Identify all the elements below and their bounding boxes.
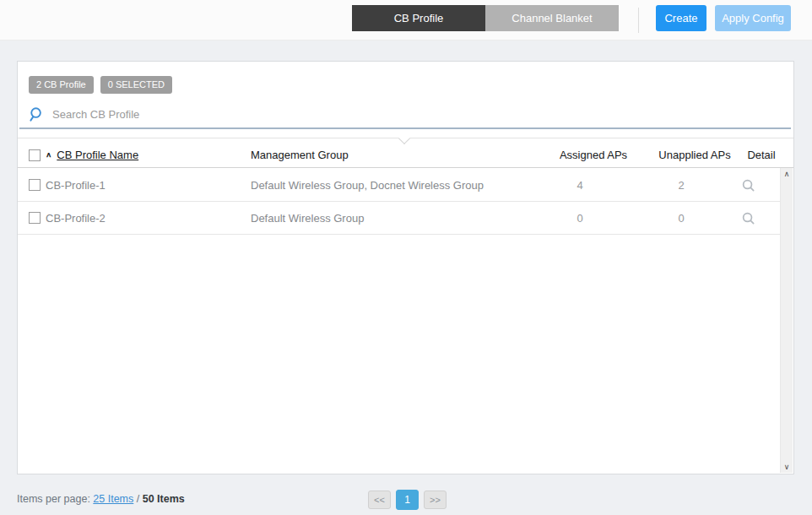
header-management-group: Management Group (251, 149, 551, 161)
header-cb-profile-name[interactable]: CB Profile Name (57, 149, 138, 161)
create-button[interactable]: Create (656, 5, 706, 31)
detail-magnifier-icon[interactable] (741, 211, 755, 225)
next-page-button[interactable]: >> (424, 491, 447, 509)
separator: / (133, 493, 142, 505)
search-input[interactable] (52, 108, 390, 121)
header-detail: Detail (744, 149, 778, 161)
table-body: CB-Profile-1 Default Wireless Group, Doc… (18, 169, 780, 473)
header-assigned-aps: Assigned APs (551, 149, 636, 161)
cell-profile-name: CB-Profile-2 (46, 212, 251, 225)
page-size-link[interactable]: 25 Items (93, 493, 133, 505)
selected-badge: 0 SELECTED (100, 76, 172, 94)
cell-profile-name: CB-Profile-1 (46, 179, 251, 192)
total-items-label: 50 Items (143, 493, 185, 505)
cell-assigned-aps: 0 (538, 212, 622, 225)
view-tabs: CB Profile Channel Blanket (352, 5, 619, 31)
select-all-checkbox[interactable] (29, 149, 41, 161)
count-badge: 2 CB Profile (29, 76, 94, 94)
cell-assigned-aps: 4 (538, 179, 622, 192)
row-checkbox[interactable] (29, 179, 41, 191)
top-toolbar: CB Profile Channel Blanket Create Apply … (0, 0, 812, 41)
search-icon (29, 106, 45, 122)
row-checkbox[interactable] (29, 212, 41, 224)
scroll-down-icon[interactable]: ∨ (781, 461, 793, 473)
tab-channel-blanket[interactable]: Channel Blanket (485, 5, 619, 31)
pagination: << 1 >> (368, 490, 447, 510)
apply-config-button[interactable]: Apply Config (715, 5, 791, 31)
table-row[interactable]: CB-Profile-2 Default Wireless Group 0 0 (18, 202, 780, 235)
vertical-scrollbar[interactable]: ∧ ∨ (780, 168, 793, 473)
items-per-page-label: Items per page: (17, 493, 90, 505)
cell-unapplied-aps: 2 (639, 179, 723, 192)
cell-management-group: Default Wireless Group, Docnet Wireless … (251, 179, 538, 192)
detail-magnifier-icon[interactable] (741, 178, 755, 192)
cell-management-group: Default Wireless Group (251, 212, 538, 225)
summary-badges: 2 CB Profile 0 SELECTED (29, 76, 172, 94)
cb-profile-panel: 2 CB Profile 0 SELECTED ∧ CB Profile Nam… (17, 61, 794, 474)
prev-page-button[interactable]: << (368, 491, 391, 509)
cell-unapplied-aps: 0 (639, 212, 723, 225)
current-page-button[interactable]: 1 (396, 490, 419, 510)
header-unapplied-aps: Unapplied APs (652, 149, 737, 161)
items-per-page: Items per page: 25 Items / 50 Items (17, 493, 185, 505)
sort-asc-icon[interactable]: ∧ (46, 151, 51, 159)
toolbar-divider (638, 8, 639, 33)
tab-cb-profile[interactable]: CB Profile (352, 5, 485, 31)
scroll-up-icon[interactable]: ∧ (781, 168, 793, 180)
table-header-row: ∧ CB Profile Name Management Group Assig… (18, 143, 793, 168)
search-underline (19, 127, 791, 129)
table-row[interactable]: CB-Profile-1 Default Wireless Group, Doc… (18, 169, 780, 202)
search-bar (29, 106, 390, 122)
